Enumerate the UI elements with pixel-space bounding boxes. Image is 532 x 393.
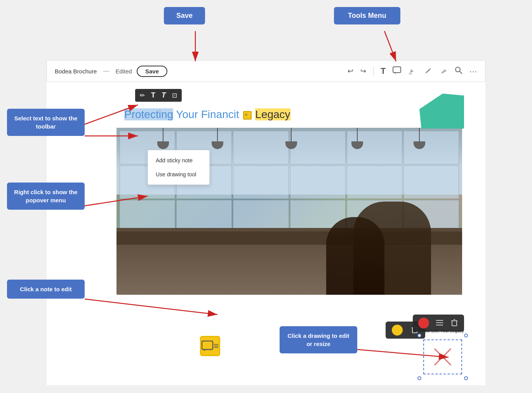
text-pen-icon[interactable]: ✏: [140, 92, 145, 99]
svg-line-4: [460, 71, 462, 74]
comment-icon[interactable]: [393, 66, 401, 76]
toolbar-icons: ↩ ↪ T ···: [348, 66, 477, 77]
toolbar-edited: Edited: [115, 68, 132, 75]
toolbar-dash: —: [103, 68, 109, 75]
tools-menu-tooltip: Tools Menu: [334, 7, 400, 24]
redo-icon[interactable]: ↪: [360, 67, 366, 75]
highlight-icon[interactable]: [408, 66, 417, 77]
search-icon[interactable]: [455, 66, 462, 76]
lamp4: [349, 128, 365, 159]
svg-line-19: [384, 31, 396, 61]
popover-add-sticky[interactable]: Add sticky note: [148, 153, 209, 167]
handle-tr[interactable]: [464, 334, 468, 337]
teal-shape-container: [419, 94, 464, 130]
eraser-icon[interactable]: [439, 66, 448, 77]
annotation-select-text: Select text to show the toolbar: [7, 109, 85, 136]
teal-shape: [419, 94, 464, 129]
text-bold-icon[interactable]: T: [162, 91, 166, 99]
annotation-click-note: Click a note to edit: [7, 280, 85, 299]
person-silhouette-2: [326, 217, 384, 295]
annotation-click-drawing: Click a drawing to edit or resize: [280, 326, 357, 353]
drawing-trash-icon[interactable]: [450, 318, 459, 329]
drawing-x-mark: [431, 345, 454, 369]
save-tooltip: Save: [164, 7, 205, 24]
svg-rect-9: [202, 341, 213, 350]
annotation-select-text-label: Select text to show the toolbar: [14, 115, 78, 130]
annotation-right-click-label: Right click to show the popover menu: [14, 189, 77, 203]
doc-title-area: Protecting Your Financit ≡ Legacy: [124, 108, 454, 121]
text-icon[interactable]: T: [381, 66, 386, 76]
title-middle: Your Financit: [176, 108, 239, 120]
lamp3: [283, 128, 299, 159]
svg-rect-14: [452, 321, 457, 326]
save-tooltip-label: Save: [176, 12, 193, 19]
lamp2: [210, 128, 225, 159]
red-color-dot[interactable]: [418, 318, 429, 329]
main-toolbar: Bodea Brochure — Edited Save ↩ ↪ T ···: [47, 60, 485, 82]
drawing-lines-icon[interactable]: [435, 318, 444, 328]
lamp5: [412, 128, 427, 159]
text-format-icon[interactable]: T: [151, 91, 155, 99]
canvas-area: ✏ T T ⊡ Protecting Your Financit ≡ Legac…: [47, 82, 485, 385]
toolbar-divider: [373, 66, 374, 76]
handle-tl[interactable]: [417, 334, 421, 337]
popover-use-drawing[interactable]: Use drawing tool: [148, 167, 209, 181]
doc-heading: Protecting Your Financit ≡ Legacy: [124, 108, 290, 120]
handle-br[interactable]: [464, 376, 468, 380]
yellow-color-dot[interactable]: [392, 325, 403, 336]
drawing-box: [423, 339, 462, 374]
text-toolbar: ✏ T T ⊡: [135, 89, 182, 102]
pen-icon[interactable]: [424, 66, 432, 77]
highlighted-text: Legacy: [255, 108, 290, 120]
save-button[interactable]: Save: [137, 66, 167, 77]
annotation-click-drawing-label: Click a drawing to edit or resize: [287, 332, 349, 347]
tools-menu-tooltip-label: Tools Menu: [348, 12, 386, 19]
drawing-toolbar: [413, 315, 464, 332]
selected-text: Protecting: [124, 108, 173, 120]
annotation-click-note-label: Click a note to edit: [20, 286, 71, 292]
popover-menu: Add sticky note Use drawing tool: [148, 150, 210, 185]
drawing-selected[interactable]: Your Life, Your Legacy: [419, 336, 466, 378]
handle-bl[interactable]: [417, 376, 421, 380]
svg-marker-1: [395, 73, 396, 74]
more-icon[interactable]: ···: [469, 67, 477, 76]
sticky-note-inline[interactable]: ≡: [243, 111, 252, 120]
undo-icon[interactable]: ↩: [348, 67, 353, 75]
svg-rect-0: [393, 67, 401, 73]
svg-marker-10: [203, 350, 205, 351]
svg-point-3: [456, 67, 460, 72]
note-on-canvas[interactable]: [200, 336, 220, 356]
annotation-right-click: Right click to show the popover menu: [7, 183, 85, 210]
text-select-icon[interactable]: ⊡: [172, 92, 177, 99]
doc-title: Bodea Brochure: [55, 68, 97, 75]
svg-marker-5: [419, 94, 464, 129]
